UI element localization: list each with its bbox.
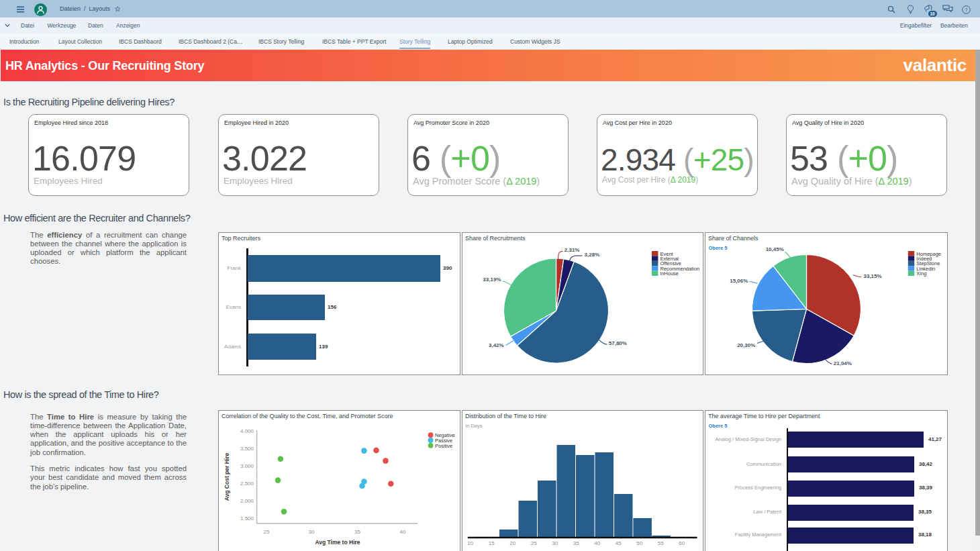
svg-text:55: 55 xyxy=(658,540,664,546)
svg-text:2.500: 2.500 xyxy=(240,481,254,487)
svg-text:3.500: 3.500 xyxy=(240,446,254,452)
svg-text:35: 35 xyxy=(354,529,360,535)
svg-text:4.000: 4.000 xyxy=(240,428,254,434)
svg-text:Xing: Xing xyxy=(916,270,926,277)
svg-text:50: 50 xyxy=(636,540,642,546)
svg-text:20: 20 xyxy=(509,540,516,546)
svg-text:33,19%: 33,19% xyxy=(483,277,501,283)
svg-text:2,31%: 2,31% xyxy=(565,247,580,253)
svg-text:25: 25 xyxy=(264,529,270,535)
svg-text:33,15%: 33,15% xyxy=(864,273,882,279)
svg-text:3,42%: 3,42% xyxy=(489,342,504,348)
svg-text:60: 60 xyxy=(679,540,685,546)
svg-text:3.000: 3.000 xyxy=(240,463,254,469)
svg-text:45: 45 xyxy=(616,540,622,546)
svg-text:25: 25 xyxy=(531,540,537,546)
svg-text:2.000: 2.000 xyxy=(240,498,254,504)
svg-text:15,06%: 15,06% xyxy=(730,278,748,284)
svg-text:15: 15 xyxy=(489,540,495,546)
svg-text:?: ? xyxy=(965,7,968,12)
svg-text:inHouse: inHouse xyxy=(660,270,679,277)
svg-text:20,30%: 20,30% xyxy=(737,342,755,348)
svg-text:21,04%: 21,04% xyxy=(834,360,852,366)
svg-text:Avg Time to Hire: Avg Time to Hire xyxy=(315,539,360,546)
svg-text:40: 40 xyxy=(400,529,406,535)
svg-text:10,45%: 10,45% xyxy=(766,246,784,252)
svg-text:10: 10 xyxy=(467,540,473,546)
svg-text:40: 40 xyxy=(594,540,600,546)
svg-text:30: 30 xyxy=(552,540,558,546)
svg-text:3,28%: 3,28% xyxy=(585,252,600,258)
svg-text:57,80%: 57,80% xyxy=(609,340,627,346)
svg-text:30: 30 xyxy=(309,529,315,535)
svg-text:35: 35 xyxy=(573,540,579,546)
svg-text:1.500: 1.500 xyxy=(240,515,254,521)
svg-text:Positive: Positive xyxy=(435,443,452,449)
svg-text:Avg Cost per Hire: Avg Cost per Hire xyxy=(224,452,230,501)
